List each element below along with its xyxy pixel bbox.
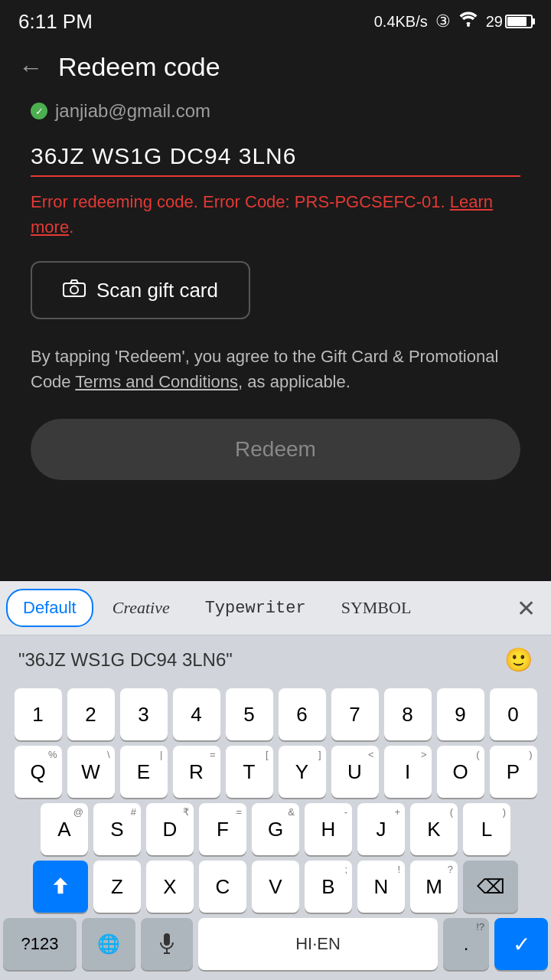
main-content: janjiab@gmail.com Error redeeming code. … xyxy=(0,94,551,495)
wifi-icon xyxy=(458,11,478,31)
keyboard-rows: 1 2 3 4 5 6 7 8 9 0 Q% W\ E| R= T[ Y] U<… xyxy=(0,684,551,980)
verified-icon xyxy=(31,103,47,119)
key-l[interactable]: L) xyxy=(463,803,510,855)
key-c[interactable]: C xyxy=(199,861,246,913)
backspace-key[interactable]: ⌫ xyxy=(463,861,518,913)
mic-key[interactable] xyxy=(141,918,193,970)
status-bar: 6:11 PM 0.4KB/s ③ 29 xyxy=(0,0,551,40)
key-f[interactable]: F= xyxy=(199,803,246,855)
space-key[interactable]: HI·EN xyxy=(198,918,438,970)
key-w[interactable]: W\ xyxy=(67,746,115,798)
font-tab-default[interactable]: Default xyxy=(6,589,93,627)
back-button[interactable]: ← xyxy=(18,55,43,80)
key-y[interactable]: Y] xyxy=(279,746,326,798)
key-z[interactable]: Z xyxy=(93,861,141,913)
key-d[interactable]: D₹ xyxy=(146,803,194,855)
account-email: janjiab@gmail.com xyxy=(55,100,210,122)
font-tab-symbol[interactable]: SYMBOL xyxy=(325,590,428,626)
svg-point-0 xyxy=(467,24,470,27)
key-b[interactable]: B; xyxy=(305,861,352,913)
enter-key[interactable]: ✓ xyxy=(494,918,548,970)
key-4[interactable]: 4 xyxy=(173,688,220,740)
key-5[interactable]: 5 xyxy=(226,688,273,740)
key-3[interactable]: 3 xyxy=(120,688,168,740)
key-k[interactable]: K( xyxy=(410,803,458,855)
key-i[interactable]: I> xyxy=(384,746,432,798)
camera-icon xyxy=(63,278,86,302)
key-s[interactable]: S# xyxy=(93,803,141,855)
keyboard-close-button[interactable]: ✕ xyxy=(507,592,545,625)
battery-indicator: 29 xyxy=(486,13,533,31)
key-a[interactable]: A@ xyxy=(41,803,88,855)
key-1[interactable]: 1 xyxy=(15,688,62,740)
code-input-wrapper xyxy=(31,137,520,177)
status-icons: 0.4KB/s ③ 29 xyxy=(374,11,533,31)
keyboard-area: Default Creative Typewriter SYMBOL ✕ "36… xyxy=(0,581,551,980)
font-tab-creative[interactable]: Creative xyxy=(96,590,186,626)
svg-rect-3 xyxy=(164,933,170,946)
zxcv-row: Z X C V B; N! M? ⌫ xyxy=(3,861,548,913)
number-row: 1 2 3 4 5 6 7 8 9 0 xyxy=(3,688,548,740)
svg-point-2 xyxy=(70,286,78,294)
network-speed: 0.4KB/s xyxy=(374,13,428,31)
key-u[interactable]: U< xyxy=(331,746,379,798)
key-j[interactable]: J+ xyxy=(357,803,405,855)
asdf-row: A@ S# D₹ F= G& H- J+ K( L) xyxy=(3,803,548,855)
error-message: Error redeeming code. Error Code: PRS-PG… xyxy=(31,192,493,237)
suggestion-bar: "36JZ WS1G DC94 3LN6" 🙂 xyxy=(0,635,551,684)
key-8[interactable]: 8 xyxy=(384,688,432,740)
header: ← Redeem code xyxy=(0,40,551,94)
key-x[interactable]: X xyxy=(146,861,194,913)
page-title: Redeem code xyxy=(58,52,220,82)
key-n[interactable]: N! xyxy=(357,861,405,913)
signal-icon: ③ xyxy=(435,11,451,31)
key-h[interactable]: H- xyxy=(305,803,352,855)
bottom-row: ?123 🌐 HI·EN . !? ✓ xyxy=(3,918,548,970)
font-tabs-bar: Default Creative Typewriter SYMBOL ✕ xyxy=(0,581,551,635)
email-row: janjiab@gmail.com xyxy=(31,94,520,137)
redeem-button[interactable]: Redeem xyxy=(31,419,520,480)
font-tab-typewriter[interactable]: Typewriter xyxy=(189,590,322,626)
globe-key[interactable]: 🌐 xyxy=(82,918,135,970)
key-v[interactable]: V xyxy=(252,861,299,913)
key-q[interactable]: Q% xyxy=(15,746,62,798)
key-7[interactable]: 7 xyxy=(331,688,379,740)
key-o[interactable]: O( xyxy=(437,746,484,798)
qwerty-row: Q% W\ E| R= T[ Y] U< I> O( P) xyxy=(3,746,548,798)
numpad-key[interactable]: ?123 xyxy=(3,918,77,970)
key-r[interactable]: R= xyxy=(173,746,220,798)
code-input[interactable] xyxy=(31,143,520,169)
key-e[interactable]: E| xyxy=(120,746,168,798)
key-6[interactable]: 6 xyxy=(279,688,326,740)
shift-key[interactable] xyxy=(33,861,88,913)
error-section: Error redeeming code. Error Code: PRS-PG… xyxy=(31,189,520,240)
key-p[interactable]: P) xyxy=(490,746,537,798)
terms-link[interactable]: Terms and Conditions xyxy=(75,372,238,391)
key-t[interactable]: T[ xyxy=(226,746,273,798)
period-key[interactable]: . !? xyxy=(443,918,489,970)
key-9[interactable]: 9 xyxy=(437,688,484,740)
key-2[interactable]: 2 xyxy=(67,688,115,740)
scan-gift-card-button[interactable]: Scan gift card xyxy=(31,261,250,319)
key-g[interactable]: G& xyxy=(252,803,299,855)
scan-button-label: Scan gift card xyxy=(96,279,218,302)
terms-text: By tapping 'Redeem', you agree to the Gi… xyxy=(31,344,520,394)
key-m[interactable]: M? xyxy=(410,861,458,913)
key-0[interactable]: 0 xyxy=(490,688,537,740)
battery-percent: 29 xyxy=(486,13,503,31)
emoji-button[interactable]: 🙂 xyxy=(504,646,533,673)
status-time: 6:11 PM xyxy=(18,10,93,34)
suggestion-text: "36JZ WS1G DC94 3LN6" xyxy=(18,649,233,671)
